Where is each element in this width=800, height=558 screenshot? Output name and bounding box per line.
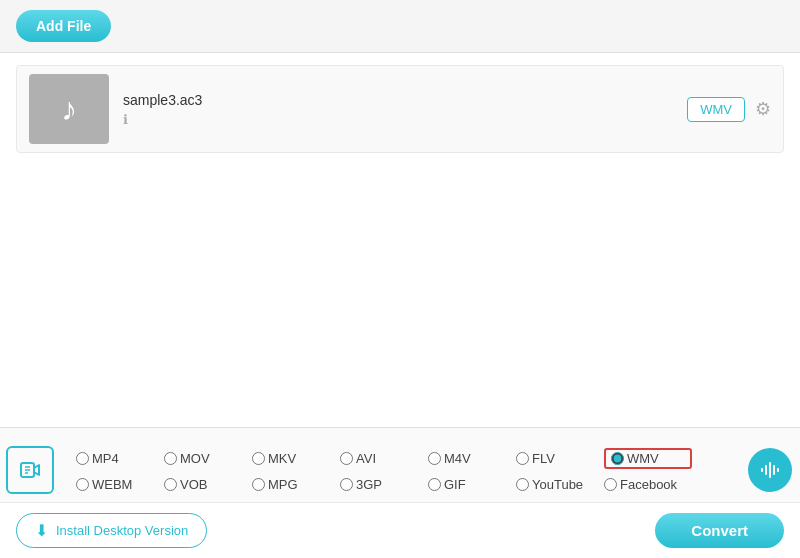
file-actions: WMV ⚙ — [687, 97, 771, 122]
format-avi[interactable]: AVI — [340, 451, 428, 466]
format-picker-panel: MP4 MOV MKV AVI M4V FLV — [0, 427, 800, 502]
formats-container: MP4 MOV MKV AVI M4V FLV — [60, 448, 740, 492]
video-icon-area — [0, 446, 60, 494]
format-m4v[interactable]: M4V — [428, 451, 516, 466]
audio-icon[interactable] — [748, 448, 792, 492]
format-badge[interactable]: WMV — [687, 97, 745, 122]
audio-icon-area — [740, 448, 800, 492]
file-item: ♪ sample3.ac3 ℹ WMV ⚙ — [16, 65, 784, 153]
format-mpg[interactable]: MPG — [252, 477, 340, 492]
action-bar: ⬇ Install Desktop Version Convert — [0, 502, 800, 558]
top-bar: Add File — [0, 0, 800, 53]
format-3gp[interactable]: 3GP — [340, 477, 428, 492]
file-list: ♪ sample3.ac3 ℹ WMV ⚙ — [0, 53, 800, 427]
format-facebook[interactable]: Facebook — [604, 477, 692, 492]
format-webm[interactable]: WEBM — [76, 477, 164, 492]
format-wmv[interactable]: WMV — [604, 448, 692, 469]
format-mp4[interactable]: MP4 — [76, 451, 164, 466]
download-icon: ⬇ — [35, 521, 48, 540]
format-youtube[interactable]: YouTube — [516, 477, 604, 492]
format-gif[interactable]: GIF — [428, 477, 516, 492]
format-vob[interactable]: VOB — [164, 477, 252, 492]
install-desktop-button[interactable]: ⬇ Install Desktop Version — [16, 513, 207, 548]
info-icon[interactable]: ℹ — [123, 112, 687, 127]
formats-grid: MP4 MOV MKV AVI M4V FLV — [76, 448, 724, 492]
install-label: Install Desktop Version — [56, 523, 188, 538]
file-thumbnail: ♪ — [29, 74, 109, 144]
formats-row-1: MP4 MOV MKV AVI M4V FLV — [76, 448, 724, 469]
file-name: sample3.ac3 — [123, 92, 687, 108]
file-info: sample3.ac3 ℹ — [123, 92, 687, 127]
convert-button[interactable]: Convert — [655, 513, 784, 548]
settings-icon[interactable]: ⚙ — [755, 98, 771, 120]
format-panel-wrapper: MP4 MOV MKV AVI M4V FLV — [0, 438, 800, 502]
formats-row-2: WEBM VOB MPG 3GP GIF YouT — [76, 477, 724, 492]
format-mov[interactable]: MOV — [164, 451, 252, 466]
format-flv[interactable]: FLV — [516, 451, 604, 466]
music-note-icon: ♪ — [61, 91, 77, 128]
add-file-button[interactable]: Add File — [16, 10, 111, 42]
video-icon[interactable] — [6, 446, 54, 494]
format-mkv[interactable]: MKV — [252, 451, 340, 466]
